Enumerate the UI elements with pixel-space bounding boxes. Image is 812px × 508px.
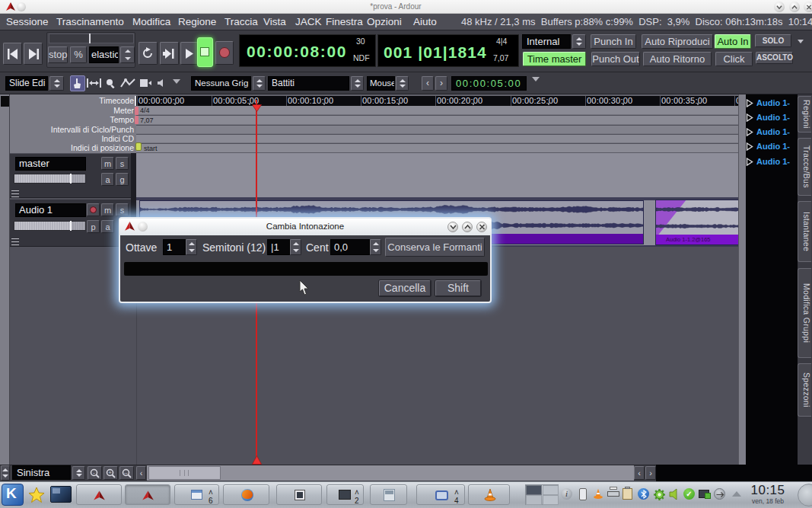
svg-text:-: -: [93, 470, 95, 475]
svg-text:+: +: [108, 470, 111, 475]
svg-text:↔: ↔: [123, 470, 129, 475]
